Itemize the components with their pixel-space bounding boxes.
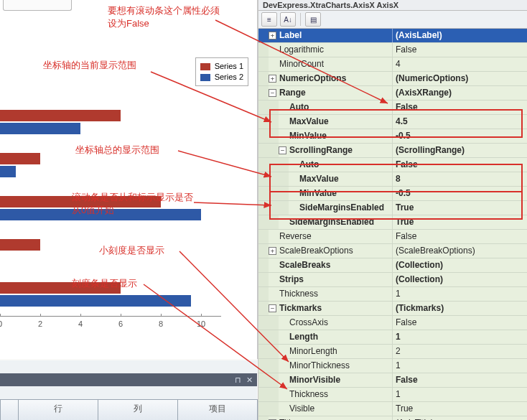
axis-tick-8: 8 — [159, 319, 163, 328]
prop-row-sidemarginsenabled[interactable]: SideMarginsEnabledTrue — [258, 201, 527, 215]
prop-name: Thickness — [289, 389, 328, 399]
bottom-tab-row[interactable]: 行 — [19, 400, 98, 420]
axis-tick-10: 10 — [197, 319, 205, 328]
prop-value[interactable]: 1 — [392, 330, 527, 344]
prop-value[interactable]: 4.5 — [392, 115, 527, 129]
prop-row-auto[interactable]: AutoFalse — [258, 101, 527, 115]
prop-value[interactable]: (Tickmarks) — [392, 302, 527, 315]
ann-minorvisible: 小刻度是否显示 — [99, 244, 164, 257]
prop-value[interactable]: 4 — [392, 57, 527, 71]
prop-value[interactable]: (Collection) — [392, 258, 527, 272]
legend: Series 1 Series 2 — [195, 57, 248, 86]
prop-name: MinorThickness — [289, 360, 350, 370]
close-icon[interactable]: ✕ — [246, 375, 253, 384]
prop-value[interactable]: (AxisLabel) — [392, 29, 527, 42]
prop-name: SideMarginsEnabled — [299, 202, 384, 213]
prop-row-crossaxis[interactable]: CrossAxisFalse — [258, 316, 527, 330]
legend-item-2: Series 2 — [200, 72, 243, 83]
prop-value[interactable]: 8 — [392, 172, 527, 186]
toggle-icon[interactable]: − — [279, 146, 286, 154]
prop-row-logarithmic[interactable]: LogarithmicFalse — [258, 43, 527, 57]
prop-name: MaxValue — [289, 116, 329, 126]
prop-value[interactable]: True — [392, 201, 527, 215]
prop-row-minorcount[interactable]: MinorCount4 — [258, 57, 527, 72]
pin-icon[interactable]: ⊓ — [235, 375, 241, 384]
prop-value[interactable]: (ScaleBreakOptions) — [392, 244, 527, 258]
prop-name: MinValue — [289, 131, 327, 141]
toolbar-sort-icon[interactable]: A↓ — [280, 12, 296, 27]
prop-value[interactable]: False — [392, 101, 527, 114]
prop-value[interactable]: True — [392, 402, 527, 416]
bar-Series2-1 — [0, 166, 16, 177]
toggle-icon[interactable]: − — [269, 89, 276, 97]
prop-row-thickness[interactable]: Thickness1 — [258, 388, 527, 402]
prop-value[interactable]: (NumericOptions) — [392, 72, 527, 85]
prop-row-minorthickness[interactable]: MinorThickness1 — [258, 359, 527, 373]
prop-row-visible[interactable]: VisibleTrue — [258, 402, 527, 416]
prop-value[interactable]: (ScrollingRange) — [392, 144, 527, 157]
bottom-tab-item[interactable]: 项目 — [178, 400, 258, 420]
prop-row-title[interactable]: +Title(AxisTitle) — [258, 416, 527, 420]
bar-Series1-1 — [0, 153, 40, 164]
prop-value[interactable]: (Collection) — [392, 273, 527, 286]
prop-row-range[interactable]: −Range(AxisXRange) — [258, 86, 527, 101]
prop-row-maxvalue[interactable]: MaxValue8 — [258, 172, 527, 187]
prop-row-strips[interactable]: Strips(Collection) — [258, 273, 527, 287]
toggle-icon[interactable]: + — [269, 75, 276, 83]
prop-name: ScaleBreaks — [279, 260, 330, 270]
prop-value[interactable]: -0.5 — [392, 187, 527, 200]
prop-row-numericoptions[interactable]: +NumericOptions(NumericOptions) — [258, 72, 527, 86]
button-stub[interactable] — [3, 0, 72, 11]
prop-row-auto[interactable]: AutoFalse — [258, 158, 527, 172]
prop-row-maxvalue[interactable]: MaxValue4.5 — [258, 115, 527, 129]
prop-value[interactable]: False — [392, 373, 527, 387]
prop-value[interactable]: (AxisTitle) — [392, 416, 527, 420]
legend-swatch-1 — [200, 63, 210, 70]
toolbar-separator — [300, 13, 301, 26]
prop-value[interactable]: False — [392, 43, 527, 57]
bar-Series2-0 — [0, 123, 80, 134]
ann-range: 坐标轴的当前显示范围 — [43, 59, 158, 72]
prop-name: MinorCount — [279, 59, 324, 69]
prop-name: ScrollingRange — [289, 145, 353, 155]
property-header: DevExpress.XtraCharts.AxisX AxisX — [258, 0, 527, 11]
property-grid[interactable]: +Label(AxisLabel)LogarithmicFalseMinorCo… — [258, 29, 527, 420]
prop-row-minvalue[interactable]: MinValue-0.5 — [258, 187, 527, 201]
toggle-icon[interactable]: + — [269, 247, 276, 255]
axis-tick-0: 0 — [0, 319, 2, 328]
prop-row-scalebreaks[interactable]: ScaleBreaks(Collection) — [258, 258, 527, 273]
prop-row-sidemarginsenabled[interactable]: SideMarginsEnabledTrue — [258, 215, 527, 230]
prop-name: MaxValue — [299, 174, 339, 184]
toolbar-pages-icon[interactable]: ▤ — [305, 12, 321, 27]
ann-visible: 刻度条是否显示 — [72, 277, 137, 290]
prop-value[interactable]: 1 — [392, 388, 527, 401]
prop-row-scalebreakoptions[interactable]: +ScaleBreakOptions(ScaleBreakOptions) — [258, 244, 527, 258]
toolbar-categorize-icon[interactable]: ≡ — [261, 12, 277, 27]
bottom-tab-col[interactable]: 列 — [98, 400, 178, 420]
property-toolbar: ≡ A↓ ▤ — [258, 11, 527, 29]
toggle-icon[interactable]: + — [269, 32, 276, 39]
prop-value[interactable]: False — [392, 230, 527, 243]
prop-row-thickness[interactable]: Thickness1 — [258, 287, 527, 302]
prop-row-length[interactable]: Length1 — [258, 330, 527, 345]
bar-Series1-0 — [0, 110, 121, 121]
prop-row-scrollingrange[interactable]: −ScrollingRange(ScrollingRange) — [258, 144, 527, 158]
prop-row-label[interactable]: +Label(AxisLabel) — [258, 29, 527, 43]
prop-row-minvalue[interactable]: MinValue-0.5 — [258, 129, 527, 144]
prop-value[interactable]: 1 — [392, 287, 527, 301]
prop-value[interactable]: (AxisXRange) — [392, 86, 527, 100]
prop-name: MinorLength — [289, 346, 337, 356]
prop-row-reverse[interactable]: ReverseFalse — [258, 230, 527, 244]
prop-row-tickmarks[interactable]: −Tickmarks(Tickmarks) — [258, 302, 527, 316]
prop-value[interactable]: 2 — [392, 345, 527, 358]
prop-row-minorvisible[interactable]: MinorVisibleFalse — [258, 373, 527, 388]
prop-value[interactable]: 1 — [392, 359, 527, 373]
prop-value[interactable]: True — [392, 215, 527, 229]
prop-value[interactable]: -0.5 — [392, 129, 527, 143]
prop-value[interactable]: False — [392, 316, 527, 330]
prop-row-minorlength[interactable]: MinorLength2 — [258, 345, 527, 359]
ann-auto-false: 要想有滚动条这个属性必须设为False — [108, 4, 223, 30]
prop-value[interactable]: False — [392, 158, 527, 172]
bar-Series2-4 — [0, 295, 191, 307]
toggle-icon[interactable]: − — [269, 304, 276, 312]
